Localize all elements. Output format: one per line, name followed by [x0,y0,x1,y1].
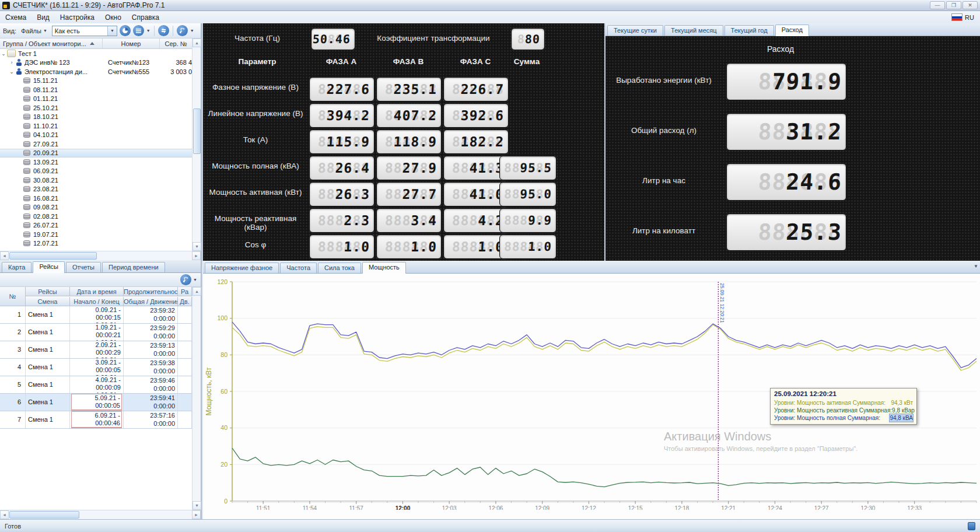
tree-row-date[interactable]: 18.10.21 [0,113,192,122]
trips-row[interactable]: 3Смена 12.09.21 - 00:00:292.09.21 - 23:5… [0,341,192,359]
settings-chevron-icon[interactable]: ▼ [190,29,194,33]
menu-item-Справка[interactable]: Справка [127,12,164,23]
trips-settings-wrench-button[interactable] [180,274,191,285]
col-startend-header[interactable]: Начало / Конец [70,297,124,306]
tree-hscroll-thumb[interactable] [9,252,97,260]
tree-row-date[interactable]: 09.08.21 [0,203,192,212]
restore-button[interactable]: ❐ [946,1,961,9]
tree-row-date[interactable]: 08.11.21 [0,85,192,94]
trips-scroll-down-icon[interactable]: ▼ [192,501,201,510]
trips-scroll-up-icon[interactable]: ▲ [192,287,201,296]
tree-row-date[interactable]: 19.07.21 [0,230,192,239]
trips-scroll-right-icon[interactable]: ► [192,510,201,519]
tab-Отчеты[interactable]: Отчеты [66,262,101,272]
close-button[interactable]: ✕ [963,1,978,9]
tab-Расход[interactable]: Расход [775,24,809,36]
titlebar[interactable]: СЧЕТЧИК* (16.11.21 - 9:29) - АвтоГРАФ.Pr… [0,0,980,11]
chart-tabs-chevron-icon[interactable]: ▼ [974,264,978,269]
tree-vertical-scrollbar[interactable]: ▲ ▼ [192,38,201,251]
trip-number: 4 [0,359,26,376]
tree-horizontal-scrollbar[interactable]: ◄ ► [0,251,201,260]
tree-row-date[interactable]: 25.10.21 [0,103,192,113]
menu-item-Окно[interactable]: Окно [100,12,127,23]
view-options-chevron-icon[interactable]: ▼ [146,29,150,33]
tab-Карта[interactable]: Карта [2,262,32,272]
menu-item-Вид[interactable]: Вид [32,12,55,23]
tree-row-date[interactable]: 16.08.21 [0,194,192,203]
trips-options-chevron-icon[interactable]: ▼ [193,278,197,282]
tree-header-serial[interactable]: Сер. № [160,38,192,48]
tree-row-date[interactable]: 04.10.21 [0,131,192,140]
col-extra2-header[interactable]: Дв. [178,297,192,306]
chevron-right-icon[interactable]: › [8,60,15,65]
col-duration-header[interactable]: Продолжительность [124,287,178,296]
object-tree[interactable]: ⌄Тест 1›ДЭС инв№ 123Счетчик№123368 4⌄Эле… [0,49,192,248]
tab-Текущие сутки[interactable]: Текущие сутки [607,25,663,36]
menu-item-Настройка[interactable]: Настройка [55,12,100,23]
trips-row[interactable]: 4Смена 13.09.21 - 00:00:053.09.21 - 23:5… [0,359,192,376]
tree-header-number[interactable]: Номер [103,38,160,48]
settings-wrench-button[interactable] [177,25,188,36]
tree-row-date[interactable]: 15.11.21 [0,76,192,86]
trips-vertical-scrollbar[interactable]: ▲ ▼ [192,287,201,510]
col-num-header[interactable]: № [0,287,26,306]
chevron-down-icon[interactable]: ⌄ [8,69,15,75]
tree-header-group[interactable]: Группа / Объект монитори... [0,38,103,48]
trips-horizontal-scrollbar[interactable]: ◄ ► [0,510,201,519]
tree-row-root[interactable]: ⌄Тест 1 [0,49,192,58]
tree-row-date[interactable]: 30.08.21 [0,176,192,185]
tree-row-date[interactable]: 11.10.21 [0,121,192,131]
files-dropdown-button[interactable]: Файлы▼ [19,26,50,36]
svg-text:12:03: 12:03 [442,505,457,510]
language-indicator[interactable]: RU [951,13,980,21]
scroll-up-icon[interactable]: ▲ [192,38,201,47]
list-view-button[interactable] [133,25,144,36]
col-datetime-header[interactable]: Дата и время [70,287,124,296]
trips-row[interactable]: 5Смена 14.09.21 - 00:00:094.09.21 - 23:5… [0,376,192,394]
trip-shift: Смена 1 [26,324,70,341]
scroll-right-icon[interactable]: ► [192,251,201,260]
chart-tab-Напряжение фазное[interactable]: Напряжение фазное [205,262,279,273]
tree-scroll-thumb[interactable] [193,108,201,154]
tab-Период времени[interactable]: Период времени [102,262,165,272]
status-tray-icon[interactable] [968,522,975,530]
col-totalmoving-header[interactable]: Общая / Движения [124,297,178,306]
trips-hscroll-thumb[interactable] [9,511,79,519]
tree-row-device[interactable]: ⌄Электростанция ди...Счетчик№5553 003 0 [0,67,192,76]
col-trips-header[interactable]: Рейсы [26,287,70,296]
pie-view-button[interactable] [120,25,131,36]
chart-tab-Частота[interactable]: Частота [280,262,317,273]
tab-Рейсы[interactable]: Рейсы [33,261,65,273]
chart-tab-Сила тока[interactable]: Сила тока [318,262,361,273]
scroll-down-icon[interactable]: ▼ [192,242,201,251]
power-chart[interactable]: 02040608010012011:5111:5411:5712:0012:03… [203,274,980,519]
tree-row-date[interactable]: 01.11.21 [0,94,192,104]
col-extra-header[interactable]: Ра [178,287,192,296]
tab-Текущий месяц[interactable]: Текущий месяц [664,25,723,36]
chart-tab-Мощность[interactable]: Мощность [362,262,406,274]
sync-button[interactable] [158,25,169,36]
phase-a-lcd: 88888826.3 [309,182,374,206]
tree-row-device[interactable]: ›ДЭС инв№ 123Счетчик№123368 4 [0,58,192,68]
filter-combobox[interactable]: Как есть ▼ [52,26,117,36]
combobox-dropdown-icon[interactable]: ▼ [107,26,117,36]
tree-row-date[interactable]: 06.09.21 [0,167,192,176]
tab-Текущий год[interactable]: Текущий год [724,25,774,36]
trips-row[interactable]: 1Смена 10.09.21 - 00:00:150.09.21 - 23:5… [0,306,192,324]
chevron-down-icon[interactable]: ⌄ [0,51,7,57]
menu-item-Схема[interactable]: Схема [0,12,32,23]
trips-row[interactable]: 2Смена 11.09.21 - 00:00:211.09.21 - 23:5… [0,324,192,341]
scroll-left-icon[interactable]: ◄ [0,251,9,260]
trips-scroll-left-icon[interactable]: ◄ [0,510,9,519]
minimize-button[interactable]: — [930,1,945,9]
trips-row[interactable]: 7Смена 16.09.21 - 00:00:466.09.21 - 23:5… [0,411,192,429]
tree-row-date[interactable]: 12.07.21 [0,239,192,249]
tree-row-date[interactable]: 23.08.21 [0,185,192,194]
tree-row-date[interactable]: 26.07.21 [0,221,192,230]
tree-row-date[interactable]: 13.09.21 [0,158,192,167]
trips-row[interactable]: 6Смена 15.09.21 - 00:00:055.09.21 - 23:5… [0,394,192,411]
col-shift-header[interactable]: Смена [26,297,70,306]
tree-row-date[interactable]: 20.09.21 [0,149,192,158]
tree-row-date[interactable]: 02.08.21 [0,212,192,221]
tree-row-date[interactable]: 27.09.21 [0,139,192,149]
